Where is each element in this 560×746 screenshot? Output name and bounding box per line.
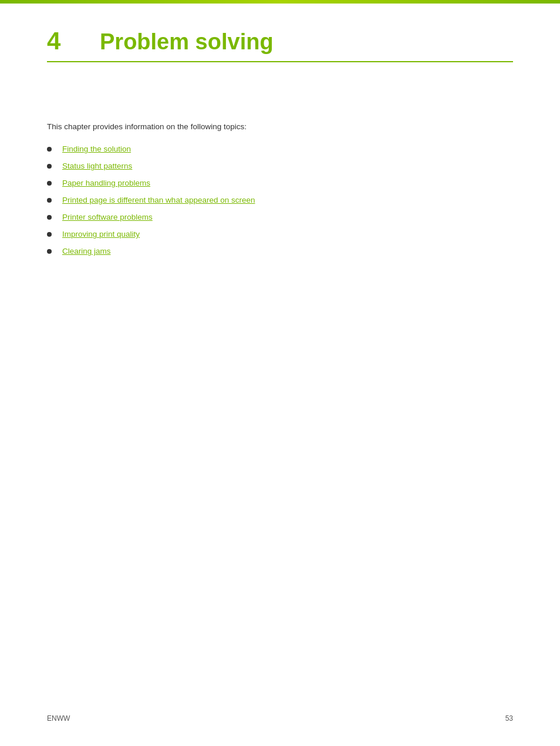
chapter-title: Problem solving [100, 29, 274, 55]
list-item: Printed page is different than what appe… [47, 196, 513, 204]
list-item: Status light patterns [47, 162, 513, 170]
list-item: Improving print quality [47, 230, 513, 238]
topic-list: Finding the solutionStatus light pattern… [47, 145, 513, 256]
list-item: Clearing jams [47, 247, 513, 256]
topic-link-status-light-patterns[interactable]: Status light patterns [62, 162, 132, 170]
page-footer: ENWW 53 [47, 714, 513, 723]
bullet-icon [47, 215, 52, 220]
intro-text: This chapter provides information on the… [47, 121, 513, 133]
bullet-icon [47, 147, 52, 152]
footer-right: 53 [505, 714, 513, 723]
topic-link-finding-the-solution[interactable]: Finding the solution [62, 145, 131, 153]
footer-left: ENWW [47, 714, 70, 723]
topic-link-paper-handling-problems[interactable]: Paper handling problems [62, 179, 150, 187]
bullet-icon [47, 198, 52, 203]
bullet-icon [47, 232, 52, 237]
topic-link-improving-print-quality[interactable]: Improving print quality [62, 230, 140, 238]
bullet-icon [47, 249, 52, 254]
bullet-icon [47, 164, 52, 169]
topic-link-printer-software-problems[interactable]: Printer software problems [62, 213, 153, 221]
chapter-number: 4 [47, 27, 82, 55]
chapter-header: 4 Problem solving [47, 27, 513, 62]
list-item: Finding the solution [47, 145, 513, 153]
bullet-icon [47, 181, 52, 186]
topic-link-clearing-jams[interactable]: Clearing jams [62, 247, 111, 256]
list-item: Paper handling problems [47, 179, 513, 187]
list-item: Printer software problems [47, 213, 513, 221]
topic-link-printed-page-different[interactable]: Printed page is different than what appe… [62, 196, 255, 204]
